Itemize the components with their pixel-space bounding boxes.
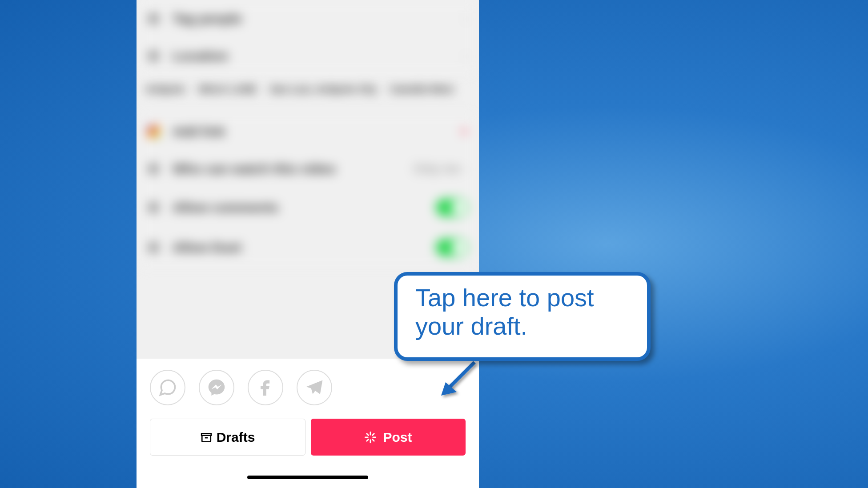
person-icon — [148, 13, 159, 24]
privacy-row[interactable]: Who can watch this video Only me › — [141, 150, 474, 188]
chevron-right-icon: › — [464, 12, 468, 25]
sparkle-icon — [364, 431, 377, 444]
callout-arrow — [437, 360, 481, 400]
allow-comments-label: Allow comments — [173, 200, 436, 215]
drafts-button[interactable]: Drafts — [150, 419, 305, 456]
svg-line-2 — [448, 362, 474, 389]
phone-screen: Tag people › Location › Antipolo WALK LA… — [137, 0, 479, 488]
duet-icon — [148, 242, 159, 253]
facebook-icon[interactable] — [248, 370, 283, 405]
duet-toggle[interactable] — [436, 239, 468, 256]
location-chip[interactable]: WALK LANE — [198, 84, 257, 95]
privacy-label: Who can watch this video — [173, 161, 414, 176]
privacy-value: Only me — [414, 162, 460, 176]
share-icons-row — [150, 370, 466, 405]
location-label: Location — [173, 48, 464, 64]
svg-rect-0 — [202, 435, 211, 441]
action-buttons-row: Drafts Post — [150, 419, 466, 456]
archive-icon — [201, 432, 212, 443]
callout-text: Tap here to post your draft. — [415, 284, 629, 341]
instruction-callout: Tap here to post your draft. — [394, 272, 651, 361]
comment-icon — [148, 202, 159, 213]
allow-duet-row: Allow Duet — [141, 228, 474, 268]
home-indicator[interactable] — [247, 476, 368, 479]
link-icon — [148, 126, 159, 137]
drafts-label: Drafts — [217, 430, 255, 445]
allow-comments-row: Allow comments — [141, 188, 474, 228]
location-icon — [148, 50, 159, 62]
chevron-right-icon: › — [464, 163, 468, 175]
blurred-settings-list: Tag people › Location › Antipolo WALK LA… — [137, 0, 479, 268]
location-chip[interactable]: Antipolo — [145, 84, 185, 95]
lock-icon — [148, 163, 159, 175]
allow-duet-label: Allow Duet — [173, 240, 436, 255]
location-row[interactable]: Location › — [141, 37, 474, 75]
bottom-action-bar: Drafts Post — [137, 359, 479, 488]
tag-people-row[interactable]: Tag people › — [141, 0, 474, 37]
tag-people-label: Tag people — [173, 11, 464, 26]
comments-toggle[interactable] — [436, 199, 468, 216]
location-suggestions: Antipolo WALK LANE San Luis, Antipolo Ci… — [141, 75, 474, 104]
location-chip[interactable]: San Luis, Antipolo City — [270, 84, 377, 95]
add-link-label: Add link — [173, 124, 461, 139]
post-button[interactable]: Post — [311, 419, 466, 456]
whatsapp-icon[interactable] — [150, 370, 185, 405]
add-link-row[interactable]: Add link + — [141, 113, 474, 150]
telegram-icon[interactable] — [297, 370, 332, 405]
chevron-right-icon: › — [464, 50, 468, 62]
location-chip[interactable]: Camella West — [390, 84, 454, 95]
plus-icon: + — [461, 124, 468, 139]
messenger-icon[interactable] — [199, 370, 234, 405]
post-label: Post — [383, 430, 412, 445]
